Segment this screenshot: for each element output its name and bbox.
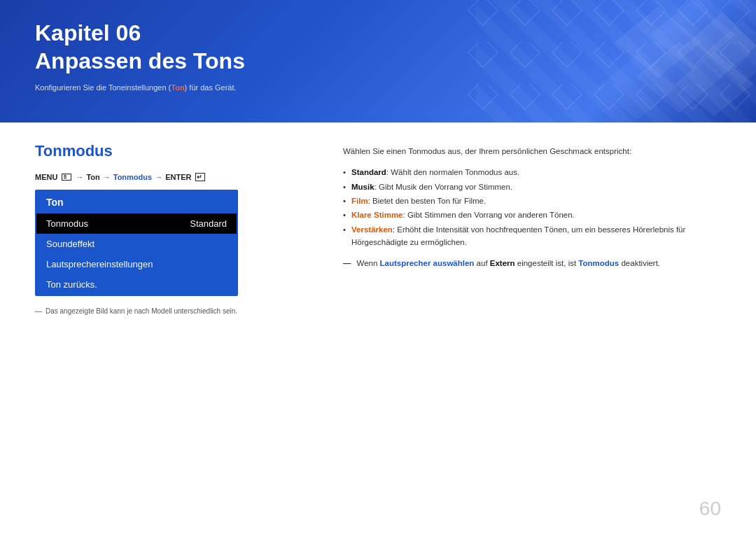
- tv-menu-item-label: Tonmodus: [46, 218, 88, 229]
- note-suffix: deaktiviert.: [619, 259, 660, 267]
- subtitle-highlight: Ton: [171, 83, 184, 92]
- bullet-list: Standard: Wählt den normalen Tonmodus au…: [343, 166, 721, 248]
- term-verstaerken: Verstärken: [351, 225, 393, 234]
- tv-menu-item-ton-zurueck[interactable]: Ton zurücks.: [36, 274, 237, 295]
- term-klare-stimme: Klare Stimme: [351, 211, 403, 219]
- menu-enter-label: ENTER: [165, 173, 191, 181]
- header-subtitle: Konfigurieren Sie die Toneinstellungen (…: [35, 83, 245, 92]
- bullet-film: Film: Bietet den besten Ton für Filme.: [343, 195, 721, 207]
- header-text-block: Kapitel 06 Anpassen des Tons Konfigurier…: [35, 20, 245, 92]
- note-middle: auf: [474, 259, 489, 267]
- text-verstaerken: : Erhöht die Intensität von hochfrequent…: [351, 225, 685, 246]
- menu-ton: Ton: [86, 173, 99, 181]
- bullet-standard: Standard: Wählt den normalen Tonmodus au…: [343, 166, 721, 178]
- note-middle2: eingesteilt ist, ist: [515, 259, 579, 267]
- left-column: Tonmodus MENU → Ton → Tonmodus → ENTER T…: [35, 142, 315, 315]
- tv-menu-item-label: Ton zurücks.: [46, 279, 97, 290]
- page-number: 60: [699, 498, 721, 520]
- subtitle-prefix: Konfigurieren Sie die Toneinstellungen (: [35, 83, 171, 92]
- note-lautsprecher: Lautsprecher auswählen: [380, 259, 475, 267]
- chapter-label: Kapitel 06: [35, 20, 245, 46]
- text-film: : Bietet den besten Ton für Filme.: [368, 197, 486, 205]
- right-column: Wählen Sie einen Tonmodus aus, der Ihrem…: [315, 142, 721, 315]
- tv-menu-item-tonmodus[interactable]: Tonmodus Standard: [36, 213, 237, 234]
- note-dash: ―: [343, 258, 351, 269]
- bullet-klare-stimme: Klare Stimme: Gibt Stimmen den Vorrang v…: [343, 209, 721, 221]
- tv-menu-header: Ton: [36, 191, 237, 213]
- note-prefix: Wenn: [357, 259, 380, 267]
- bullet-verstaerken: Verstärken: Erhöht die Intensität von ho…: [343, 223, 721, 249]
- note-tonmodus: Tonmodus: [578, 259, 619, 267]
- menu-word: MENU: [35, 173, 57, 181]
- menu-icon: [62, 174, 71, 181]
- tv-menu-item-soundeffekt[interactable]: Soundeffekt: [36, 234, 237, 254]
- text-musik: : Gibt Musik den Vorrang vor Stimmen.: [374, 183, 513, 191]
- footnote-text: Das angezeigte Bild kann je nach Modell …: [46, 307, 237, 315]
- tv-menu-box: Ton Tonmodus Standard Soundeffekt Lautsp…: [35, 190, 238, 296]
- text-klare-stimme: : Gibt Stimmen den Vorrang vor anderen T…: [403, 211, 575, 219]
- header-banner: Kapitel 06 Anpassen des Tons Konfigurier…: [0, 0, 756, 122]
- tv-menu-item-value: Standard: [190, 218, 227, 229]
- note-text: Wenn Lautsprecher auswählen auf Extern e…: [357, 258, 661, 269]
- tv-menu-item-label: Soundeffekt: [46, 239, 94, 249]
- note-extern: Extern: [490, 259, 515, 267]
- term-standard: Standard: [351, 168, 386, 176]
- intro-text: Wählen Sie einen Tonmodus aus, der Ihrem…: [343, 146, 721, 157]
- enter-icon: [195, 173, 205, 181]
- text-standard: : Wählt den normalen Tonmodus aus.: [386, 168, 519, 176]
- main-content: Tonmodus MENU → Ton → Tonmodus → ENTER T…: [0, 122, 756, 329]
- term-musik: Musik: [351, 183, 374, 191]
- menu-path: MENU → Ton → Tonmodus → ENTER: [35, 173, 315, 181]
- bullet-musik: Musik: Gibt Musik den Vorrang vor Stimme…: [343, 181, 721, 193]
- subtitle-suffix: ) für das Gerät.: [185, 83, 237, 92]
- tv-menu-item-label: Lautsprechereinstellungen: [46, 259, 153, 269]
- term-film: Film: [351, 197, 368, 205]
- header-decoration: [462, 0, 756, 122]
- page-title: Anpassen des Tons: [35, 48, 245, 74]
- menu-tonmodus: Tonmodus: [113, 173, 152, 181]
- tv-menu-item-lautsprecher[interactable]: Lautsprechereinstellungen: [36, 254, 237, 274]
- section-title: Tonmodus: [35, 142, 315, 160]
- footnote: ― Das angezeigte Bild kann je nach Model…: [35, 307, 315, 315]
- note-line: ― Wenn Lautsprecher auswählen auf Extern…: [343, 258, 721, 269]
